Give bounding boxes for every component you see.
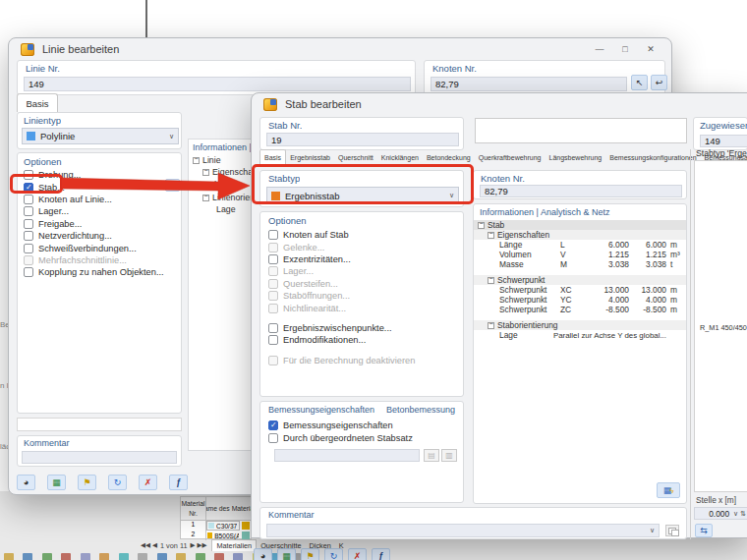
toolbar-icon[interactable] — [81, 553, 90, 560]
result-table-icon[interactable]: ▦ — [47, 475, 66, 490]
toolbar-icon[interactable] — [214, 553, 224, 560]
toolbar-icon[interactable] — [176, 553, 186, 560]
model-line — [145, 0, 147, 39]
tab-basis[interactable]: Basis — [17, 93, 58, 112]
toolbar-icon[interactable] — [99, 553, 109, 560]
table-row[interactable]: C30/37 — [206, 521, 240, 531]
checkbox-lager: Lager... — [262, 265, 463, 277]
folder-button: ▤ — [424, 449, 439, 462]
checkbox-bemessungseigenschaften[interactable]: Bemessungseigenschaften — [262, 420, 463, 431]
collapse-icon[interactable] — [193, 157, 200, 164]
tree-node-linienorientierung[interactable]: Linienorientierung — [189, 192, 252, 203]
table-row[interactable]: 1 — [181, 521, 206, 531]
zugewiesen-input[interactable]: 149 — [700, 135, 747, 147]
checkbox-icon — [268, 230, 278, 240]
toolbar-icon[interactable] — [23, 553, 32, 560]
checkbox-icon — [24, 244, 33, 253]
edit-stab-mini-button[interactable]: ▦ — [165, 179, 180, 192]
tree-group-staborientierung[interactable]: Staborientierung — [474, 320, 686, 330]
function-fx-icon[interactable]: ƒ — [169, 475, 188, 490]
collapse-icon[interactable] — [488, 232, 494, 239]
checkbox-exzentrizitaeten[interactable]: Exzentrizitäten... — [262, 253, 463, 265]
checkbox-uebergeordneter-stabsatz[interactable]: Durch übergeordneten Stabsatz — [262, 431, 463, 443]
tab-querkraftbewehrung[interactable]: Querkraftbewehrung — [475, 149, 546, 165]
linie-nr-input[interactable]: 149 — [24, 77, 411, 91]
toolbar-icon[interactable] — [61, 553, 71, 560]
toolbar-icon[interactable] — [4, 553, 14, 560]
tree-node-eigenschaften[interactable]: Eigenschaften — [189, 166, 252, 178]
tab-basis[interactable]: Basis — [259, 149, 286, 165]
checkbox-knoten-auf-linie[interactable]: Knoten auf Linie... — [18, 194, 183, 205]
stelle-x-label: Stelle x [m] — [696, 495, 747, 505]
linie-extra-field[interactable] — [17, 418, 182, 431]
checkbox-icon — [24, 195, 33, 204]
maximize-button[interactable]: □ — [612, 42, 638, 57]
checkbox-schweissverbindungen[interactable]: Schweißverbindungen... — [18, 242, 183, 253]
zugewiesen-label: Zugewiesen an Li — [700, 120, 747, 131]
delete-x-icon[interactable]: ✗ — [139, 475, 157, 490]
navigator-flag-icon[interactable]: ⚑ — [301, 548, 319, 560]
refresh-icon[interactable]: ↻ — [324, 548, 343, 560]
checkbox-endmodifikationen[interactable]: Endmodifikationen... — [262, 334, 463, 346]
checkbox-freigabe[interactable]: Freigabe... — [18, 218, 183, 230]
result-table-icon[interactable]: ▦ — [277, 548, 296, 560]
kommentar-input[interactable] — [22, 451, 177, 464]
collapse-icon[interactable] — [478, 222, 485, 229]
checkbox-lager[interactable]: Lager... — [18, 205, 183, 217]
function-fx-icon[interactable]: ƒ — [372, 548, 390, 560]
tab-laengsbewehrung[interactable]: Längsbewehrung — [546, 149, 606, 165]
toolbar-icon[interactable] — [157, 553, 167, 560]
checkbox-netzverdichtung[interactable]: Netzverdichtung... — [18, 230, 183, 242]
collapse-icon[interactable] — [488, 277, 494, 284]
tree-node-stab[interactable]: Stab — [474, 220, 686, 230]
navigator-flag-icon[interactable]: ⚑ — [78, 475, 96, 490]
bemessung-group: Bemessungseigenschaften Betonbemessung B… — [259, 401, 464, 503]
duplicate-button[interactable] — [665, 525, 679, 536]
collapse-icon[interactable] — [488, 322, 494, 329]
info-row: SchwerpunktZC-8.500-8.500m — [474, 305, 686, 314]
linetype-swatch — [27, 132, 35, 140]
tab-querschnitt[interactable]: Querschnitt — [334, 149, 377, 165]
checkbox-ergebniszwischenpunkte[interactable]: Ergebniszwischenpunkte... — [262, 322, 463, 334]
collapse-icon[interactable] — [202, 195, 209, 201]
kommentar-input[interactable]: ∨ — [266, 524, 660, 537]
stab-tabstrip: Basis Ergebnisstab Querschnitt Knickläng… — [259, 149, 747, 165]
toolbar-icon[interactable] — [233, 553, 243, 560]
toolbar-icon[interactable] — [42, 553, 52, 560]
globe-icon[interactable]: ◕ — [17, 475, 35, 490]
toolbar-icon[interactable] — [196, 553, 205, 560]
refresh-icon[interactable]: ↻ — [108, 475, 127, 490]
globe-icon[interactable]: ◕ — [254, 548, 272, 560]
spinner-icon[interactable]: ⇅ — [740, 510, 746, 518]
collapse-icon[interactable] — [202, 169, 209, 176]
checkbox-kopplung[interactable]: Kopplung zu nahen Objekten... — [18, 266, 183, 278]
stab-nr-input[interactable]: 19 — [266, 133, 459, 146]
stabsatz-input[interactable] — [274, 449, 420, 462]
knoten-nr-input[interactable]: 82,79 — [431, 77, 627, 91]
toolbar-icon[interactable] — [119, 553, 129, 560]
tree-group-schwerpunkt[interactable]: Schwerpunkt — [474, 275, 686, 285]
stelle-x-combobox[interactable]: 0.000 ∨ ⇅ — [694, 507, 747, 520]
checkbox-knoten-auf-stab[interactable]: Knoten auf Stab — [262, 229, 463, 241]
delete-x-icon[interactable]: ✗ — [348, 548, 367, 560]
linientyp-dropdown[interactable]: Polylinie ∨ — [22, 128, 179, 144]
stab-kommentar-group: Kommentar ∨ — [259, 507, 687, 539]
tree-group-eigenschaften[interactable]: Eigenschaften — [474, 230, 686, 240]
close-button[interactable]: ✕ — [638, 42, 663, 57]
toolbar-icon[interactable] — [138, 553, 147, 560]
tab-bemessungskonfigurationen[interactable]: Bemessungskonfigurationen — [605, 149, 700, 165]
linientyp-group: Linientyp Polylinie ∨ — [17, 112, 182, 149]
knoten-nr-input[interactable]: 82,79 — [480, 185, 682, 197]
annotation-box-stabtyp — [252, 164, 474, 204]
info-table-flash-icon[interactable]: ▦ϟ — [657, 482, 680, 498]
tab-knicklaengen[interactable]: Knicklängen — [377, 149, 423, 165]
tab-betondeckung[interactable]: Betondeckung — [423, 149, 475, 165]
tab-ergebnisstab[interactable]: Ergebnisstab — [286, 149, 334, 165]
pick-nodes-button[interactable]: ↖ — [631, 75, 648, 90]
transfer-icon[interactable]: ⇆ — [695, 524, 713, 537]
tree-node-linie[interactable]: Linie — [189, 154, 252, 166]
minimize-button[interactable]: — — [587, 42, 612, 57]
checkbox-icon — [24, 206, 33, 216]
betonbemessung-link[interactable]: Betonbemessung — [386, 405, 455, 415]
reverse-button[interactable]: ↩ — [651, 75, 667, 90]
